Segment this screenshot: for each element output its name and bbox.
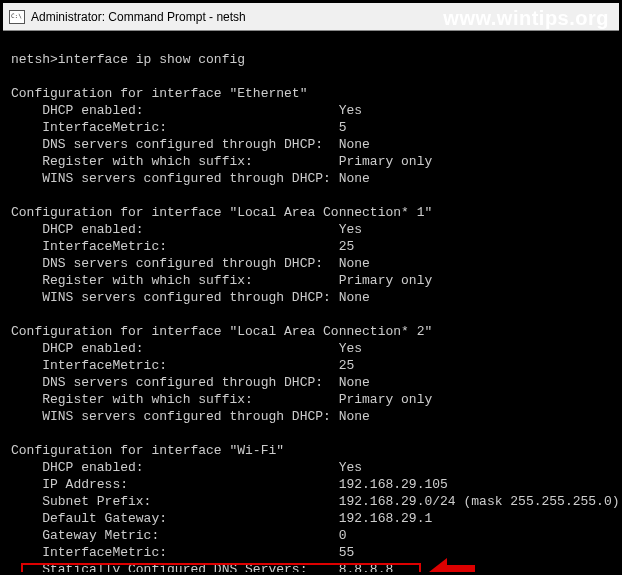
terminal-line — [11, 306, 617, 323]
terminal-output: netsh>interface ip show config Configura… — [3, 31, 619, 575]
terminal-line: Gateway Metric: 0 — [11, 527, 617, 544]
terminal-line: Register with which suffix: Primary only — [11, 391, 617, 408]
terminal-line: Configuration for interface "Local Area … — [11, 323, 617, 340]
terminal-line: DNS servers configured through DHCP: Non… — [11, 136, 617, 153]
terminal-line: WINS servers configured through DHCP: No… — [11, 289, 617, 306]
window-title: Administrator: Command Prompt - netsh — [31, 10, 246, 24]
terminal-line: InterfaceMetric: 55 — [11, 544, 617, 561]
cmd-icon — [9, 10, 25, 24]
terminal-line — [11, 187, 617, 204]
terminal-line: netsh>interface ip show config — [11, 51, 617, 68]
terminal-line: DHCP enabled: Yes — [11, 221, 617, 238]
terminal-line: IP Address: 192.168.29.105 — [11, 476, 617, 493]
terminal-line: Register with which suffix: Primary only — [11, 272, 617, 289]
terminal-line: Default Gateway: 192.168.29.1 — [11, 510, 617, 527]
terminal-line: InterfaceMetric: 5 — [11, 119, 617, 136]
terminal-line — [11, 68, 617, 85]
terminal-line: DHCP enabled: Yes — [11, 102, 617, 119]
terminal-line: DHCP enabled: Yes — [11, 340, 617, 357]
terminal-line: Subnet Prefix: 192.168.29.0/24 (mask 255… — [11, 493, 617, 510]
terminal-line — [11, 425, 617, 442]
terminal-line: DHCP enabled: Yes — [11, 459, 617, 476]
terminal-line: Statically Configured DNS Servers: 8.8.8… — [11, 561, 617, 575]
terminal-line: Register with which suffix: Primary only — [11, 153, 617, 170]
terminal-line: DNS servers configured through DHCP: Non… — [11, 374, 617, 391]
terminal-line: Configuration for interface "Wi-Fi" — [11, 442, 617, 459]
watermark-text: www.wintips.org — [443, 7, 609, 30]
terminal-line: Configuration for interface "Local Area … — [11, 204, 617, 221]
terminal-line: Configuration for interface "Ethernet" — [11, 85, 617, 102]
terminal-line: InterfaceMetric: 25 — [11, 357, 617, 374]
terminal-line: WINS servers configured through DHCP: No… — [11, 170, 617, 187]
terminal-line: InterfaceMetric: 25 — [11, 238, 617, 255]
terminal-line: WINS servers configured through DHCP: No… — [11, 408, 617, 425]
terminal-line: DNS servers configured through DHCP: Non… — [11, 255, 617, 272]
